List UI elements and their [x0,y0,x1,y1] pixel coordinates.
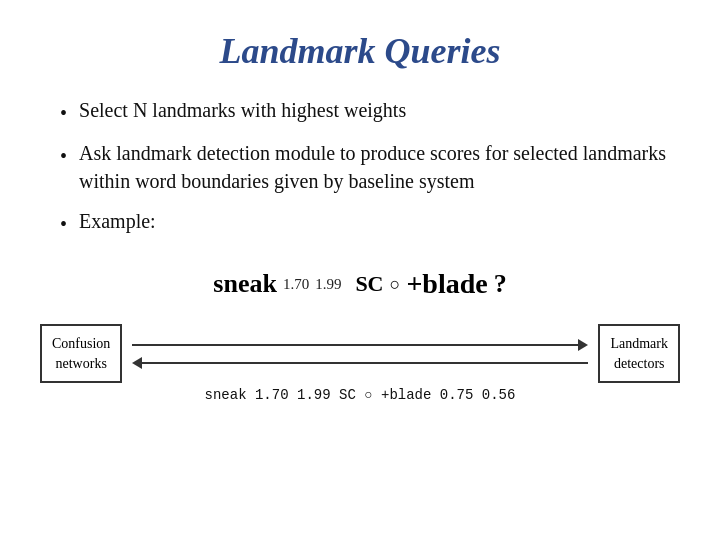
example-question: ? [494,269,507,299]
example-sneak: sneak [213,269,277,299]
confusion-networks-box: Confusion networks [40,324,122,383]
bullet-dot-3: • [60,210,67,238]
confusion-networks-line2: networks [56,356,107,371]
arrowhead-left [132,357,142,369]
slide-title: Landmark Queries [40,30,680,72]
landmark-detectors-box: Landmark detectors [598,324,680,383]
diagram-bottom-label: sneak 1.70 1.99 SC ○ +blade 0.75 0.56 [40,387,680,403]
bullet-text-3: Example: [79,207,156,235]
arrowhead-right [578,339,588,351]
confusion-networks-line1: Confusion [52,336,110,351]
example-line: sneak 1.70 1.99 SC ○ +blade ? [40,268,680,300]
example-num2: 1.99 [315,276,341,293]
arrows-container [132,339,588,369]
bullet-item-1: • Select N landmarks with highest weight… [60,96,680,127]
bullet-dot-2: • [60,142,67,170]
bullet-item-2: • Ask landmark detection module to produ… [60,139,680,195]
arrow-left [132,357,588,369]
example-sc: SC [355,271,383,297]
bullet-text-2: Ask landmark detection module to produce… [79,139,680,195]
bullet-item-3: • Example: [60,207,680,238]
bullets-list: • Select N landmarks with highest weight… [60,96,680,250]
diagram: Confusion networks Landmark detectors [40,324,680,383]
slide: Landmark Queries • Select N landmarks wi… [0,0,720,540]
example-num1: 1.70 [283,276,309,293]
landmark-detectors-line2: detectors [614,356,665,371]
arrow-right-line [132,344,578,346]
diagram-wrapper: Confusion networks Landmark detectors sn… [40,318,680,403]
arrow-right [132,339,588,351]
bullet-text-1: Select N landmarks with highest weights [79,96,406,124]
bullet-dot-1: • [60,99,67,127]
example-circle: ○ [390,274,401,295]
example-blade: +blade [406,268,487,300]
landmark-detectors-line1: Landmark [610,336,668,351]
arrow-left-line [142,362,588,364]
